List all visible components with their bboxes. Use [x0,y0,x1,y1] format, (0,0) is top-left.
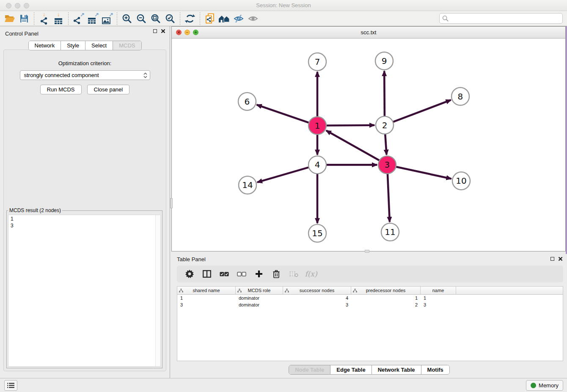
edge-2-9[interactable] [384,71,385,118]
network-canvas[interactable]: 7968124314101511 [172,39,565,251]
vertical-splitter-handle[interactable] [170,198,173,208]
float-panel-icon[interactable] [153,29,157,33]
select-stepper-icon [143,72,147,78]
memory-button[interactable]: Memory [526,380,563,391]
close-panel-icon[interactable] [161,29,165,33]
save-session-button[interactable] [17,12,31,25]
delete-column-button[interactable] [271,268,282,279]
column-header-shared-name[interactable]: shared name [177,287,236,294]
column-header-predecessor-nodes[interactable]: predecessor nodes [351,287,421,294]
node-6[interactable]: 6 [238,93,256,110]
tab-mcds[interactable]: MCDS [113,41,141,50]
node-11[interactable]: 11 [381,223,399,241]
table-row[interactable]: 3dominator323 [177,301,563,308]
run-mcds-button[interactable]: Run MCDS [40,85,82,94]
float-panel-icon[interactable] [550,257,554,261]
node-10[interactable]: 10 [452,172,470,190]
edge-3-1[interactable] [326,130,380,161]
import-arrow-icon: ↓ [57,11,60,17]
close-panel-button[interactable]: Close panel [87,85,130,94]
node-8[interactable]: 8 [451,88,469,105]
node-7[interactable]: 7 [308,53,326,71]
edge-1-6[interactable] [257,105,310,123]
edge-3-10[interactable] [395,166,451,179]
tab-network[interactable]: Network [28,41,61,50]
main-toolbar: ↓ ↓ ↗ ↗ [0,11,567,26]
deselect-all-button[interactable] [236,268,247,279]
column-header-filler [456,287,563,294]
apply-layout-button[interactable] [183,12,197,25]
task-history-button[interactable] [4,380,17,391]
node-4[interactable]: 4 [308,156,326,174]
toolbar-separator [34,12,34,25]
svg-text:2: 2 [382,120,388,130]
edge-4-14[interactable] [257,167,310,182]
result-scrollbar[interactable] [155,215,160,366]
close-panel-icon[interactable] [558,257,563,261]
import-network-button[interactable]: ↓ [37,12,51,25]
node-9[interactable]: 9 [375,52,393,70]
network-window-titlebar[interactable]: ✕ − + scc.txt [172,27,565,39]
home-button[interactable] [217,12,231,25]
column-view-button[interactable] [201,268,212,279]
table-body: 1dominator4113dominator323 [177,295,563,308]
node-15[interactable]: 15 [308,224,326,242]
tab-edge-table[interactable]: Edge Table [330,365,372,374]
eye-slash-icon [233,14,244,23]
zoom-fit-icon [151,14,161,24]
mcds-result-area[interactable]: 1 3 [8,215,161,367]
save-icon [19,14,29,23]
select-all-button[interactable] [219,268,230,279]
column-header-successor-nodes[interactable]: successor nodes [283,287,351,294]
edge-2-8[interactable] [392,100,451,122]
function-builder-button[interactable]: f(x) [306,268,317,279]
add-column-button[interactable] [253,268,264,279]
search-input[interactable] [449,14,562,23]
zoom-fit-button[interactable] [149,12,163,25]
node-3[interactable]: 3 [378,156,396,174]
edge-1-2[interactable] [325,125,374,126]
zoom-selected-button[interactable] [163,12,177,25]
list-icon [7,383,14,388]
node-table: shared nameMCDS rolesuccessor nodesprede… [177,286,563,361]
tab-style[interactable]: Style [61,41,85,50]
eye-icon [248,14,259,23]
fx-icon: f(x) [305,270,317,278]
edge-3-11[interactable] [388,172,390,222]
table-row[interactable]: 1dominator411 [177,295,563,301]
zoom-out-button[interactable] [134,12,149,25]
tab-network-table[interactable]: Network Table [372,365,421,374]
tab-node-table[interactable]: Node Table [289,365,330,374]
cell-mcds-role: dominator [236,302,283,307]
export-table-button[interactable]: ↗ [85,12,100,25]
node-1[interactable]: 1 [308,117,326,135]
edge-2-3[interactable] [385,133,386,155]
export-network-button[interactable]: ↗ [71,12,85,25]
zoom-in-button[interactable] [120,12,134,25]
cell-predecessor-nodes: 2 [351,302,421,307]
trash-icon [273,270,280,278]
cell-name: 3 [421,302,456,307]
export-arrow-icon: ↗ [80,12,85,17]
criterion-select[interactable]: strongly connected component [20,70,150,80]
mcds-panel: Optimization criterion: strongly connect… [3,50,166,371]
import-table-button[interactable]: ↓ [51,12,66,25]
tab-motifs[interactable]: Motifs [421,365,449,374]
table-panel: Table Panel [171,254,567,378]
column-header-mcds-role[interactable]: MCDS role [236,287,283,294]
optimization-criterion-label: Optimization criterion: [4,60,166,66]
tab-select[interactable]: Select [85,41,113,50]
export-image-button[interactable]: ↗ [100,12,114,25]
clone-network-button[interactable] [203,12,217,25]
show-all-button[interactable] [246,12,260,25]
node-14[interactable]: 14 [239,176,256,194]
open-file-button[interactable] [3,12,17,25]
table-settings-button[interactable] [184,268,195,279]
node-2[interactable]: 2 [376,116,394,134]
svg-text:15: 15 [312,228,322,238]
delete-table-button[interactable] [288,268,299,279]
column-header-name[interactable]: name [421,287,456,294]
hide-selected-button[interactable] [231,12,246,25]
checked-boxes-icon [220,272,229,276]
horizontal-splitter-handle[interactable] [365,250,369,253]
